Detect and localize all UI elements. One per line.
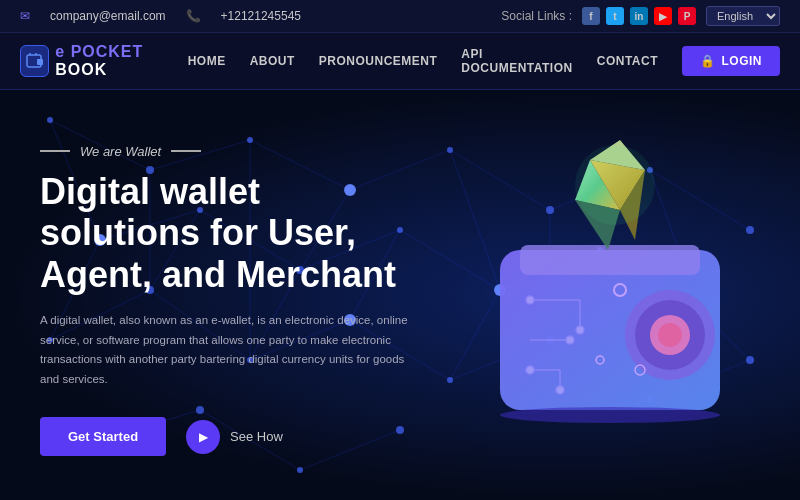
- logo-wordmark: e POCKET BOOK: [55, 43, 187, 79]
- email-icon: ✉: [20, 9, 30, 23]
- social-label: Social Links :: [501, 9, 572, 23]
- wallet-illustration: [460, 120, 780, 470]
- see-how-group[interactable]: ▶ See How: [186, 420, 283, 454]
- svg-point-81: [566, 336, 574, 344]
- lock-icon: 🔒: [700, 54, 716, 68]
- nav-pronouncement[interactable]: PRONOUNCEMENT: [319, 54, 438, 68]
- we-are-line-left: [40, 150, 70, 152]
- phone-text: +12121245545: [221, 9, 301, 23]
- svg-rect-1: [37, 59, 43, 65]
- hero-section: We are Wallet Digital wallet solutions f…: [0, 90, 800, 500]
- we-are-line-right: [171, 150, 201, 152]
- svg-point-83: [526, 366, 534, 374]
- svg-point-79: [526, 296, 534, 304]
- login-label: LOGIN: [722, 54, 763, 68]
- top-bar-contact: ✉ company@email.com 📞 +12121245545: [20, 9, 301, 23]
- email-text: company@email.com: [50, 9, 166, 23]
- twitter-icon[interactable]: t: [606, 7, 624, 25]
- logo-pocket: e POCKET: [55, 43, 143, 60]
- social-icons-group: f t in ▶ P: [582, 7, 696, 25]
- hero-actions: Get Started ▶ See How: [40, 417, 410, 456]
- header: e POCKET BOOK HOME ABOUT PRONOUNCEMENT A…: [0, 33, 800, 90]
- see-how-text: See How: [230, 429, 283, 444]
- svg-point-80: [576, 326, 584, 334]
- nav-about[interactable]: ABOUT: [250, 54, 295, 68]
- logo[interactable]: e POCKET BOOK: [20, 43, 188, 79]
- play-button[interactable]: ▶: [186, 420, 220, 454]
- top-bar-social: Social Links : f t in ▶ P English French…: [501, 6, 780, 26]
- youtube-icon[interactable]: ▶: [654, 7, 672, 25]
- svg-point-82: [556, 386, 564, 394]
- svg-point-60: [447, 377, 453, 383]
- hero-description: A digital wallet, also known as an e-wal…: [40, 311, 410, 389]
- facebook-icon[interactable]: f: [582, 7, 600, 25]
- we-are-wallet-label: We are Wallet: [40, 144, 410, 159]
- nav-api-doc[interactable]: API DOCUMENTATION: [461, 47, 572, 75]
- language-select[interactable]: English French Spanish: [706, 6, 780, 26]
- linkedin-icon[interactable]: in: [630, 7, 648, 25]
- logo-book: BOOK: [55, 61, 107, 78]
- login-button[interactable]: 🔒 LOGIN: [682, 46, 780, 76]
- logo-text-group: e POCKET BOOK: [55, 43, 187, 79]
- pinterest-icon[interactable]: P: [678, 7, 696, 25]
- get-started-button[interactable]: Get Started: [40, 417, 166, 456]
- svg-rect-88: [520, 245, 700, 275]
- nav-home[interactable]: HOME: [188, 54, 226, 68]
- nav-contact[interactable]: CONTACT: [597, 54, 658, 68]
- top-bar: ✉ company@email.com 📞 +12121245545 Socia…: [0, 0, 800, 33]
- svg-point-45: [447, 147, 453, 153]
- hero-content: We are Wallet Digital wallet solutions f…: [0, 90, 440, 500]
- logo-icon: [20, 45, 49, 77]
- svg-point-87: [658, 323, 682, 347]
- phone-icon: 📞: [186, 9, 201, 23]
- main-nav: HOME ABOUT PRONOUNCEMENT API DOCUMENTATI…: [188, 46, 780, 76]
- we-are-text: We are Wallet: [80, 144, 161, 159]
- svg-point-97: [575, 145, 655, 225]
- svg-point-73: [500, 407, 720, 423]
- hero-title: Digital wallet solutions for User, Agent…: [40, 171, 410, 295]
